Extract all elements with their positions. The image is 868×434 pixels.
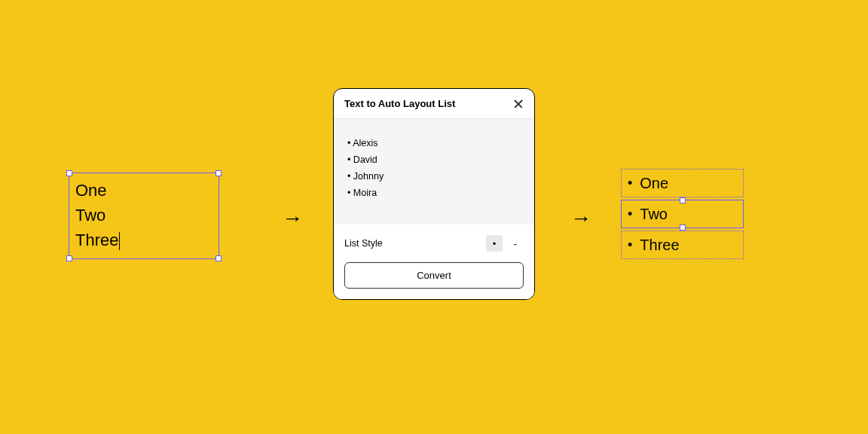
resize-handle-top-left[interactable] — [66, 170, 72, 176]
bullet-icon: • — [628, 237, 632, 253]
resize-handle-bottom-right[interactable] — [215, 255, 222, 261]
preview-item: • Johnny — [347, 169, 521, 185]
convert-button[interactable]: Convert — [344, 262, 524, 289]
resize-handle-top[interactable] — [680, 197, 686, 203]
style-option-dash[interactable]: - — [507, 235, 524, 252]
list-item-label: Two — [640, 206, 668, 223]
resize-handle-bottom[interactable] — [680, 225, 686, 231]
arrow-icon: → — [282, 206, 303, 231]
style-option-bullet[interactable]: • — [486, 235, 503, 252]
text-input-frame[interactable]: One Two Three — [69, 173, 219, 259]
preview-area: • Alexis • David • Johnny • Moira — [334, 119, 534, 225]
preview-item: • Alexis — [347, 136, 521, 152]
list-item-label: One — [640, 175, 668, 192]
list-item[interactable]: • Three — [621, 231, 744, 259]
input-line: Two — [75, 203, 212, 228]
close-icon[interactable] — [513, 99, 524, 109]
list-item-label: Three — [640, 237, 679, 254]
bullet-icon: • — [628, 176, 632, 191]
list-item[interactable]: • Two — [621, 200, 744, 228]
resize-handle-bottom-left[interactable] — [66, 255, 72, 261]
dialog-header: Text to Auto Layout List — [334, 89, 534, 119]
list-item[interactable]: • One — [621, 169, 744, 197]
resize-handle-top-right[interactable] — [215, 170, 222, 176]
plugin-dialog: Text to Auto Layout List • Alexis • Davi… — [333, 88, 535, 300]
output-auto-layout-list: • One • Two • Three — [621, 169, 744, 261]
preview-item: • David — [347, 152, 521, 169]
bullet-icon: • — [628, 206, 632, 222]
input-line: Three — [75, 228, 212, 252]
arrow-icon: → — [570, 206, 591, 231]
controls-area: List Style • - Convert — [334, 225, 534, 299]
list-style-label: List Style — [344, 238, 383, 249]
text-cursor — [119, 232, 120, 250]
list-style-row: List Style • - — [344, 235, 524, 252]
dialog-title: Text to Auto Layout List — [344, 98, 455, 109]
preview-item: • Moira — [347, 185, 521, 202]
input-line: One — [75, 178, 212, 203]
style-options: • - — [486, 235, 524, 252]
